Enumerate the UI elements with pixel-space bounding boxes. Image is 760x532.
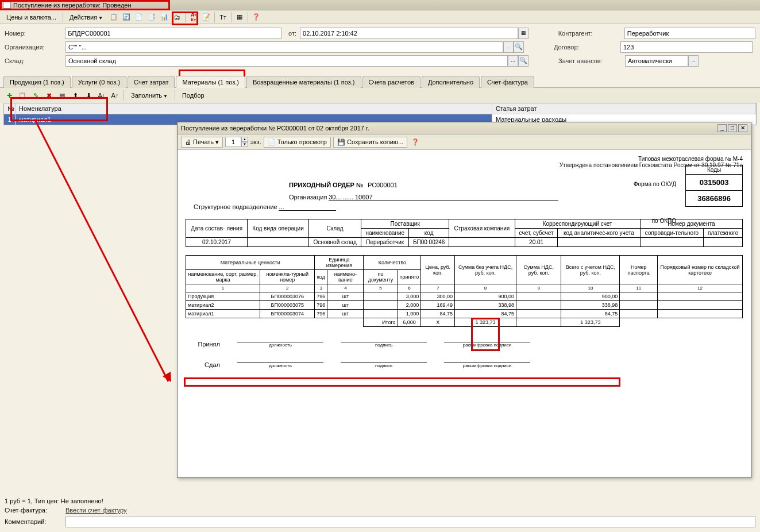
form-area: Номер: от: ▦ Контрагент: Организация: ..… [0, 24, 760, 72]
tab-materials[interactable]: Материалы (1 поз.) [176, 76, 245, 88]
row-icon[interactable]: ▤ [56, 90, 68, 101]
view-only-button[interactable]: 📄 Только просмотр [264, 137, 331, 148]
col-nom[interactable]: Номенклатура [16, 103, 492, 114]
avans-label: Зачет авансов: [558, 57, 622, 64]
gave-row: Сдал должность подпись расшифровка подпи… [186, 361, 743, 368]
main-toolbar: Цены и валюта... Действия▼ 📋 🔄 📄 📑 📊 🗂 Д… [0, 10, 760, 24]
tab-content: ✚ 📋 ✎ ✖ ▤ ⬆ ⬇ A↓ A↑ Заполнить▼ Подбор № … [0, 87, 760, 125]
spin-down[interactable]: ▼ [241, 142, 248, 147]
tab-costs[interactable]: Счет затрат [128, 76, 175, 88]
fill-button[interactable]: Заполнить▼ [127, 90, 172, 101]
form-approved: Утверждена постановлением Госкомстата Ро… [186, 162, 743, 168]
help-icon[interactable]: ❓ [250, 11, 262, 23]
icon-1[interactable]: 📋 [108, 11, 119, 23]
org-mag[interactable]: 🔍 [514, 41, 524, 53]
print-titlebar: Поступление из переработки № РС000001 от… [178, 122, 751, 134]
sub-toolbar: ✚ 📋 ✎ ✖ ▤ ⬆ ⬇ A↓ A↑ Заполнить▼ Подбор [0, 88, 760, 103]
codes-box: Коды 0315003 36866896 [685, 165, 743, 207]
sklad-input[interactable] [65, 55, 508, 67]
tab-bar: Продукция (1 поз.) Услуги (0 поз.) Счет … [0, 76, 760, 88]
print-button[interactable]: 🖨 Печать▾ [181, 137, 223, 148]
print-title-text: Поступление из переработки № РС000001 от… [181, 125, 369, 132]
copies-spinner[interactable]: ▲▼ [225, 137, 248, 147]
sort-asc-icon[interactable]: A↓ [96, 90, 107, 101]
date-picker-button[interactable]: ▦ [518, 28, 528, 39]
minimize-button[interactable]: _ [717, 124, 727, 132]
sf-link[interactable]: Ввести счет-фактуру [65, 507, 127, 514]
document-icon [3, 2, 11, 9]
org-dots[interactable]: ... [503, 41, 514, 53]
dogovor-input[interactable] [620, 41, 753, 53]
prices-button[interactable]: Цены и валюта... [2, 12, 60, 22]
ot-label: от: [285, 30, 296, 37]
comment-label: Комментарий: [5, 518, 62, 525]
accepted-row: Принял должность подпись расшифровка под… [186, 341, 743, 348]
icon-8[interactable]: 📝 [200, 11, 212, 23]
maximize-button[interactable]: □ [728, 124, 737, 132]
sort-desc-icon[interactable]: A↑ [109, 90, 121, 101]
org-label: Организация: [5, 44, 62, 51]
kontr-label: Контрагент: [558, 30, 621, 37]
kontr-input[interactable] [624, 28, 755, 39]
add-icon[interactable]: ✚ [3, 90, 15, 101]
tab-returned[interactable]: Возвращенные материалы (1 поз.) [246, 76, 361, 88]
tab-products[interactable]: Продукция (1 поз.) [3, 76, 71, 88]
podbor-button[interactable]: Подбор [178, 90, 209, 101]
dtkt-icon[interactable]: ДтКт [188, 11, 199, 23]
num-input[interactable] [65, 28, 281, 39]
copy-icon[interactable]: 📋 [17, 90, 28, 101]
sklad-label: Склад: [5, 57, 62, 64]
comment-input[interactable] [65, 516, 755, 527]
actions-button[interactable]: Действия▼ [65, 12, 107, 22]
avans-input[interactable] [625, 55, 688, 67]
sklad-mag[interactable]: 🔍 [518, 55, 528, 67]
icon-6[interactable]: 🗂 [171, 11, 183, 23]
print-window: Поступление из переработки № РС000001 от… [177, 122, 751, 478]
tab-accounts[interactable]: Счета расчетов [362, 76, 420, 88]
red-arrow-line [34, 120, 169, 382]
down-icon[interactable]: ⬇ [83, 90, 94, 101]
icon-10[interactable]: ▦ [234, 11, 245, 23]
close-button[interactable]: ✕ [738, 124, 747, 132]
window-titlebar: Поступление из переработки: Проведен [0, 0, 760, 10]
help-icon[interactable]: ❓ [410, 136, 421, 148]
avans-dots[interactable]: ... [688, 55, 699, 67]
print-body: Типовая межотраслевая форма № М-4 Утверж… [178, 150, 751, 472]
refresh-icon[interactable]: 🔄 [121, 11, 132, 23]
icon-4[interactable]: 📑 [146, 11, 157, 23]
save-copy-button[interactable]: 💾 Сохранить копию... [333, 137, 407, 148]
edit-icon[interactable]: ✎ [30, 90, 41, 101]
red-arrow-head [163, 372, 175, 384]
num-label: Номер: [5, 30, 61, 37]
data-table: Материальные ценности Единица измерения … [186, 255, 743, 327]
icon-5[interactable]: 📊 [159, 11, 170, 23]
org-input[interactable] [65, 41, 503, 53]
icon-3[interactable]: 📄 [133, 11, 145, 23]
icon-9[interactable]: Тт [217, 11, 229, 23]
print-toolbar: 🖨 Печать▾ ▲▼ экз. 📄 Только просмотр 💾 Со… [178, 134, 751, 150]
sklad-dots[interactable]: ... [508, 55, 518, 67]
up-icon[interactable]: ⬆ [70, 90, 81, 101]
tab-additional[interactable]: Дополнительно [422, 76, 480, 88]
delete-icon[interactable]: ✖ [43, 90, 55, 101]
col-stat[interactable]: Статья затрат [492, 103, 756, 114]
dogovor-label: Договор: [554, 44, 617, 51]
form-number: Типовая межотраслевая форма № М-4 [186, 156, 743, 162]
spin-up[interactable]: ▲ [241, 137, 248, 142]
window-title: Поступление из переработки: Проведен [13, 2, 132, 9]
tab-services[interactable]: Услуги (0 поз.) [72, 76, 126, 88]
col-n: № [4, 103, 16, 114]
sf-label: Счет-фактура: [5, 507, 62, 514]
footer: 1 руб = 1, Тип цен: Не заполнено! Счет-ф… [0, 495, 760, 532]
rate-text: 1 руб = 1, Тип цен: Не заполнено! [5, 498, 103, 504]
tab-invoice[interactable]: Счет-фактура [481, 76, 534, 88]
date-input[interactable] [300, 28, 518, 39]
